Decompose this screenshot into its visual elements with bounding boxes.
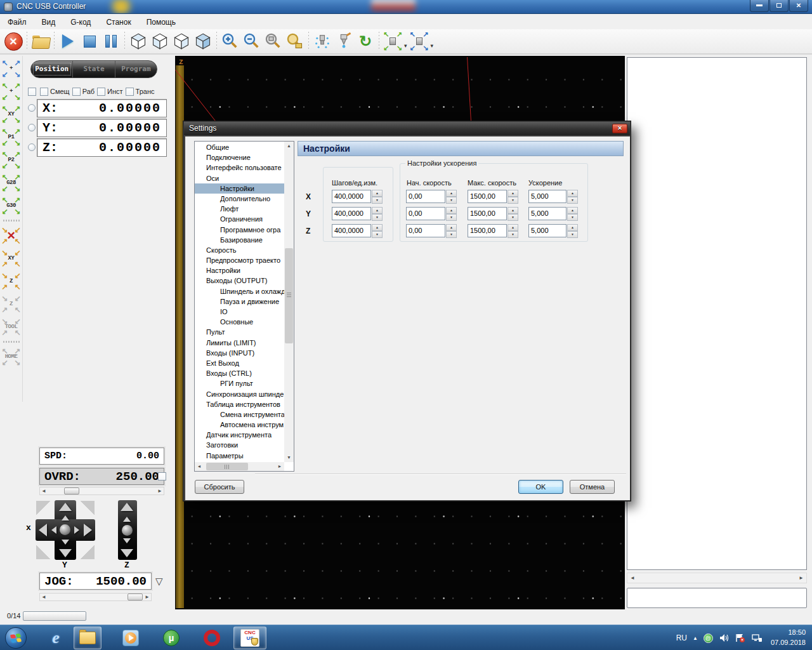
offset-checkbox[interactable]	[40, 88, 48, 96]
mdi-input-box[interactable]	[627, 588, 807, 608]
tree-item[interactable]: Пауза и движение	[195, 296, 284, 307]
network-icon[interactable]	[751, 633, 763, 643]
menu-view[interactable]: Вид	[34, 16, 63, 29]
tree-item[interactable]: IO	[195, 307, 284, 317]
scroll-up-icon[interactable]: ▲	[284, 142, 294, 150]
tree-item[interactable]: Заготовки	[195, 440, 284, 450]
menu-file[interactable]: Файл	[0, 16, 34, 29]
tree-item[interactable]: Предпросмотр траекто	[195, 255, 284, 265]
menu-gcode[interactable]: G-код	[63, 16, 98, 29]
sidebar-zero-xy-icon[interactable]: ↘↙↗↖XY	[2, 249, 21, 268]
tree-item[interactable]: Ограничения	[195, 214, 284, 224]
sidebar-zero-z-icon[interactable]: ↘↙↗↖Z	[2, 272, 21, 291]
jog-diagonal-up-right[interactable]	[80, 501, 95, 515]
spinner-icon[interactable]: ▲▼	[508, 224, 518, 237]
tree-item[interactable]: Таблица инструментов	[195, 399, 284, 409]
jog-speed-slider[interactable]: ◄►	[39, 593, 152, 601]
spinner-icon[interactable]: ▲▼	[372, 190, 383, 203]
language-indicator[interactable]: RU	[676, 633, 687, 642]
jog-z-plus-arrow[interactable]	[121, 503, 133, 511]
zoom-in-icon[interactable]	[219, 30, 241, 52]
override-slider[interactable]: ◄►	[39, 487, 164, 495]
sidebar-goto-zero-blue-icon[interactable]: ↖↗↙↘+	[2, 59, 21, 78]
jog-x-plus-step[interactable]	[74, 526, 79, 534]
opera-icon[interactable]	[198, 627, 226, 649]
ok-button[interactable]: OK	[518, 480, 563, 494]
z-accel-field[interactable]: 5,000▲▼	[528, 224, 578, 237]
settings-dialog-titlebar[interactable]: Settings ✕	[184, 122, 630, 135]
scroll-right-icon[interactable]: ►	[275, 462, 284, 471]
jog-xy-center-knob[interactable]	[60, 524, 70, 535]
tool-probe-icon[interactable]	[333, 30, 355, 52]
jog-z-plus-step[interactable]	[123, 517, 131, 522]
view-cube-1-icon[interactable]	[128, 30, 149, 52]
tab-position[interactable]: Position	[31, 61, 73, 77]
x-accel-field[interactable]: 5,000▲▼	[528, 190, 578, 203]
clock[interactable]: 18:50 07.09.2018	[771, 628, 806, 648]
y-max-speed-field[interactable]: 1500,00▲▼	[468, 207, 518, 220]
spinner-icon[interactable]: ▲▼	[372, 207, 383, 220]
utorrent-icon[interactable]: µ	[157, 627, 185, 649]
emergency-stop-icon[interactable]: ✕	[3, 30, 24, 52]
jog-x-plus-arrow[interactable]	[84, 524, 92, 536]
tab-program[interactable]: Program	[115, 61, 157, 77]
spindle-blue-dropdown-icon[interactable]: ▾	[431, 43, 434, 49]
x-axis-radio[interactable]	[28, 104, 36, 112]
spinner-icon[interactable]: ▲▼	[508, 190, 518, 203]
tree-item[interactable]: Пульт	[195, 327, 284, 337]
tree-item[interactable]: Интерфейс пользовате	[195, 162, 284, 173]
jog-y-plus-arrow[interactable]	[59, 503, 72, 511]
tab-state[interactable]: State	[73, 61, 115, 77]
override-slider-thumb[interactable]	[64, 488, 79, 494]
tree-item[interactable]: Автосмена инструм	[195, 420, 284, 430]
tree-item[interactable]: РГИ пульт	[195, 378, 284, 388]
zoom-extents-icon[interactable]	[284, 30, 306, 52]
spindle-arrows-green-icon[interactable]: ↖↗↙↘	[382, 30, 403, 52]
cnc-usb-taskbar-icon[interactable]: CNCUS	[233, 627, 266, 649]
start-button[interactable]	[5, 627, 27, 649]
tree-item[interactable]: Синхронизация шпинде	[195, 389, 284, 399]
spinner-icon[interactable]: ▲▼	[446, 190, 457, 203]
x-max-speed-field[interactable]: 1500,00▲▼	[468, 190, 518, 203]
zoom-out-icon[interactable]	[241, 30, 263, 52]
spinner-icon[interactable]: ▲▼	[567, 190, 578, 203]
tree-item[interactable]: Подключение	[195, 152, 284, 162]
utorrent-tray-icon[interactable]: @	[704, 633, 713, 643]
jog-z-minus-step[interactable]	[123, 538, 131, 543]
restore-button[interactable]	[769, 0, 789, 12]
y-start-speed-field[interactable]: 0,00▲▼	[406, 207, 457, 220]
jog-diagonal-down-right[interactable]	[80, 545, 95, 559]
return-to-zero-icon[interactable]: ↻	[355, 30, 376, 52]
jog-diagonal-up-left[interactable]	[36, 501, 51, 515]
view-cube-3-icon[interactable]	[171, 30, 192, 52]
volume-icon[interactable]	[719, 633, 729, 643]
gcode-list-panel[interactable]	[627, 57, 807, 570]
windows-explorer-icon[interactable]	[74, 627, 102, 649]
hidden-icons-arrow-icon[interactable]: ▲	[693, 635, 698, 641]
tree-hscroll-thumb[interactable]	[206, 463, 248, 470]
zoom-window-icon[interactable]	[263, 30, 284, 52]
settings-close-icon[interactable]: ✕	[612, 124, 627, 133]
tree-item[interactable]: Программное огра	[195, 225, 284, 235]
tree-item[interactable]: Смена инструмента	[195, 409, 284, 420]
scroll-left-icon[interactable]: ◄	[630, 575, 635, 581]
open-file-icon[interactable]	[30, 30, 51, 52]
tree-item[interactable]: Входы (CTRL)	[195, 368, 284, 378]
tree-item[interactable]: Лимиты (LIMIT)	[195, 338, 284, 348]
spinner-icon[interactable]: ▲▼	[567, 207, 578, 220]
gcode-panel-hscrollbar[interactable]: ◄ ►	[627, 573, 807, 583]
tree-item[interactable]: Настройки	[195, 265, 284, 275]
pause-icon[interactable]	[100, 30, 122, 52]
scroll-left-icon[interactable]: ◄	[195, 462, 204, 471]
tree-item[interactable]: Шпиндель и охлажд	[195, 286, 284, 296]
tree-item[interactable]: Оси	[195, 173, 284, 183]
coolant-spray-icon[interactable]	[311, 30, 333, 52]
tree-item[interactable]: Ext Выход	[195, 358, 284, 368]
start-icon[interactable]	[57, 30, 79, 52]
jog-z-center-knob[interactable]	[122, 525, 133, 536]
y-steps-field[interactable]: 400,0000▲▼	[332, 207, 383, 220]
y-axis-radio[interactable]	[28, 124, 36, 131]
tree-item[interactable]: Базирование	[195, 235, 284, 245]
override-checkbox[interactable]	[158, 472, 166, 481]
sidebar-goto-xy-icon[interactable]: ↖↗↙↘XY	[2, 105, 21, 124]
